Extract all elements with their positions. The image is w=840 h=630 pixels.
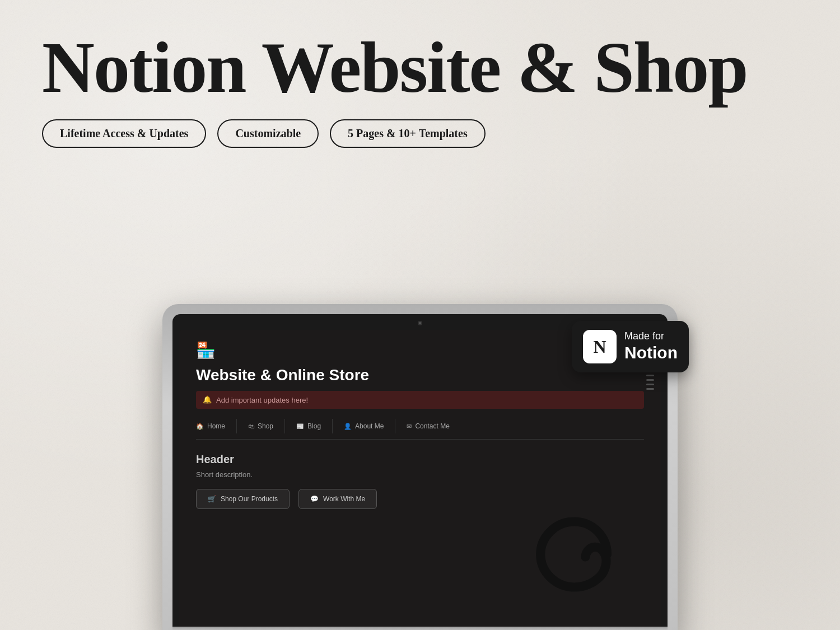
nav-blog-label: Blog: [307, 422, 321, 430]
nav-home[interactable]: 🏠 Home: [196, 419, 237, 433]
laptop-mockup: N Made for Notion: [162, 304, 678, 630]
cart-icon: 🛒: [208, 495, 216, 503]
chat-icon: 💬: [310, 495, 319, 503]
bell-icon: 🔔: [203, 395, 212, 404]
person-icon: 👤: [344, 423, 352, 430]
laptop-camera: [418, 321, 422, 325]
notion-label: Notion: [624, 343, 678, 363]
notion-badge-text: Made for Notion: [624, 330, 678, 363]
badge-customizable: Customizable: [217, 119, 319, 148]
work-with-me-button[interactable]: 💬 Work With Me: [298, 489, 377, 509]
badge-lifetime: Lifetime Access & Updates: [42, 119, 206, 148]
made-for-label: Made for: [624, 330, 678, 343]
scrollbar: [646, 375, 654, 390]
scrollbar-dot: [646, 388, 654, 390]
laptop-screen: 🏪 Website & Online Store 🔔 Add important…: [179, 330, 661, 627]
update-bar-text: Add important updates here!: [216, 396, 308, 404]
page-header: Header: [196, 453, 644, 466]
mail-icon: ✉: [407, 423, 412, 430]
feature-badges: Lifetime Access & Updates Customizable 5…: [0, 104, 840, 148]
notion-logo: N: [583, 330, 617, 363]
screen-nav: 🏠 Home 🛍 Shop 📰 Blog: [196, 419, 644, 440]
update-bar: 🔔 Add important updates here!: [196, 391, 644, 409]
blog-icon: 📰: [296, 423, 304, 430]
nav-home-label: Home: [207, 422, 225, 430]
scrollbar-dot: [646, 379, 654, 381]
nav-shop-label: Shop: [258, 422, 273, 430]
cta-buttons: 🛒 Shop Our Products 💬 Work With Me: [196, 489, 644, 509]
badge-pages: 5 Pages & 10+ Templates: [330, 119, 486, 148]
nav-about[interactable]: 👤 About Me: [333, 419, 395, 433]
page-description: Short description.: [196, 470, 644, 479]
scrollbar-dot: [646, 384, 654, 385]
nav-shop[interactable]: 🛍 Shop: [237, 419, 285, 433]
home-icon: 🏠: [196, 423, 204, 430]
shop-products-label: Shop Our Products: [221, 495, 278, 503]
nav-contact[interactable]: ✉ Contact Me: [395, 419, 460, 433]
notion-badge: N Made for Notion: [572, 321, 689, 372]
laptop-hinge: [172, 627, 668, 630]
nav-about-label: About Me: [355, 422, 384, 430]
scrollbar-dot: [646, 375, 654, 376]
shop-icon: 🛍: [248, 423, 254, 430]
hero-title: Notion Website & Shop: [0, 0, 840, 104]
shop-products-button[interactable]: 🛒 Shop Our Products: [196, 489, 290, 509]
nav-contact-label: Contact Me: [415, 422, 449, 430]
page-wrapper: Notion Website & Shop Lifetime Access & …: [0, 0, 840, 630]
enso-circle: [526, 509, 627, 610]
work-with-me-label: Work With Me: [323, 495, 365, 503]
nav-blog[interactable]: 📰 Blog: [285, 419, 333, 433]
